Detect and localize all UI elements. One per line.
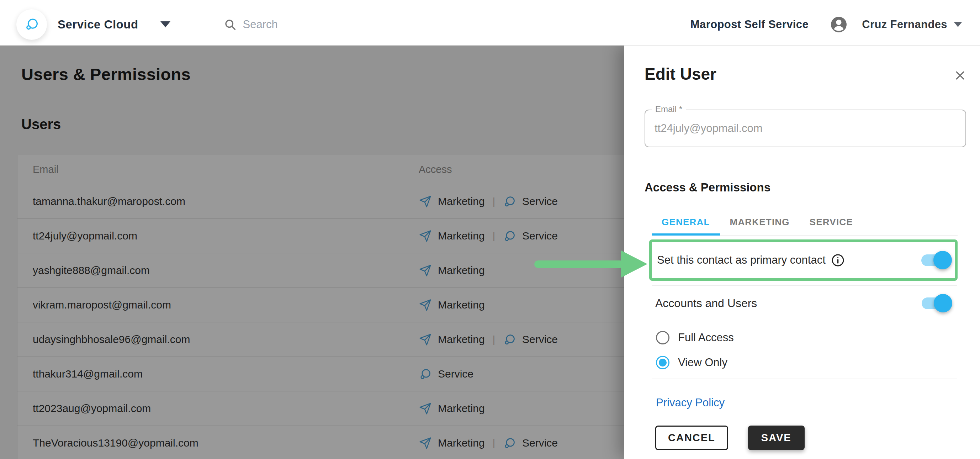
info-icon[interactable] [831,254,845,267]
search-input[interactable] [242,18,397,31]
accounts-users-toggle[interactable] [922,297,950,309]
radio-label: View Only [678,356,727,369]
radio-view-only[interactable]: View Only [656,350,966,375]
user-name: Cruz Fernandes [862,18,947,31]
close-icon[interactable] [953,69,967,83]
user-menu[interactable]: Cruz Fernandes [862,18,962,31]
primary-contact-label: Set this contact as primary contact [657,254,826,266]
app-logo[interactable] [16,9,47,40]
tab-label: GENERAL [662,217,710,228]
chevron-down-icon [954,22,962,27]
drawer-actions: CANCEL SAVE [655,426,966,450]
tab-service[interactable]: SERVICE [800,209,863,235]
radio-icon [656,331,670,344]
email-field[interactable]: Email * tt24july@yopmail.com [644,110,966,147]
tab-general[interactable]: GENERAL [652,209,720,235]
radio-full-access[interactable]: Full Access [656,325,966,350]
tab-label: SERVICE [810,217,853,228]
product-switcher[interactable]: Service Cloud [57,18,170,31]
email-field-value: tt24july@yopmail.com [645,122,763,135]
access-permissions-title: Access & Permissions [644,181,966,194]
chat-bubble-logo-icon [24,16,40,33]
privacy-policy-link[interactable]: Privacy Policy [656,396,725,409]
radio-label: Full Access [678,331,734,344]
tabs: GENERAL MARKETING SERVICE [652,209,958,236]
tab-label: MARKETING [730,217,790,228]
primary-contact-toggle[interactable] [921,254,950,266]
edit-user-drawer: Edit User Email * tt24july@yopmail.com A… [624,45,980,459]
portal-name: Maropost Self Service [690,18,808,31]
cancel-button[interactable]: CANCEL [655,426,728,450]
chevron-down-icon [161,21,170,27]
topbar: Service Cloud Maropost Self Service [0,0,980,46]
save-button[interactable]: SAVE [748,426,805,450]
accounts-users-row: Accounts and Users [655,286,966,320]
avatar[interactable] [830,16,847,33]
radio-icon [656,356,670,369]
search-icon [224,18,237,31]
access-level-options: Full Access View Only [656,325,966,375]
tab-marketing[interactable]: MARKETING [720,209,800,235]
product-name: Service Cloud [57,18,138,31]
app-window: Service Cloud Maropost Self Service [0,0,980,459]
email-field-label: Email * [652,104,686,114]
search-box[interactable] [224,18,397,31]
accounts-users-label: Accounts and Users [655,297,757,310]
divider [652,379,957,379]
primary-contact-row: Set this contact as primary contact [652,242,955,278]
person-icon [830,16,847,33]
primary-contact-highlight-box: Set this contact as primary contact [649,239,958,281]
drawer-title: Edit User [644,64,966,84]
